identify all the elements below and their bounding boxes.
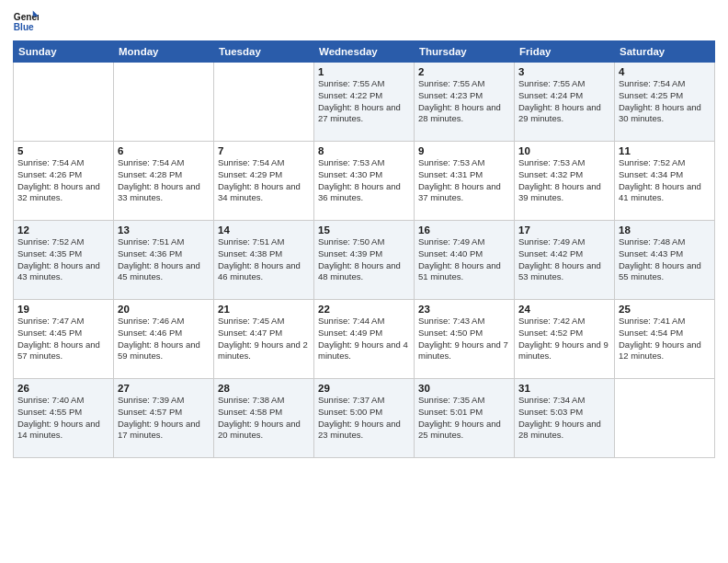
- day-number: 6: [118, 145, 210, 156]
- day-number: 17: [518, 224, 610, 236]
- day-number: 19: [17, 304, 109, 315]
- day-info: Sunrise: 7:51 AM Sunset: 4:36 PM Dayligh…: [118, 236, 210, 283]
- calendar-day: 21Sunrise: 7:45 AM Sunset: 4:47 PM Dayli…: [214, 300, 314, 379]
- day-info: Sunrise: 7:44 AM Sunset: 4:49 PM Dayligh…: [318, 316, 410, 362]
- day-number: 4: [619, 66, 711, 77]
- day-info: Sunrise: 7:55 AM Sunset: 4:22 PM Dayligh…: [318, 78, 410, 125]
- calendar-day: 3Sunrise: 7:55 AM Sunset: 4:24 PM Daylig…: [515, 63, 615, 142]
- weekday-header: Thursday: [415, 41, 515, 63]
- calendar-day: 27Sunrise: 7:39 AM Sunset: 4:57 PM Dayli…: [114, 379, 214, 458]
- day-info: Sunrise: 7:53 AM Sunset: 4:30 PM Dayligh…: [318, 157, 410, 204]
- day-info: Sunrise: 7:52 AM Sunset: 4:34 PM Dayligh…: [619, 157, 711, 204]
- day-number: 10: [518, 145, 610, 156]
- calendar-day: 22Sunrise: 7:44 AM Sunset: 4:49 PM Dayli…: [314, 300, 415, 379]
- day-number: 8: [318, 145, 410, 156]
- day-number: 31: [518, 383, 610, 394]
- calendar-day: 6Sunrise: 7:54 AM Sunset: 4:28 PM Daylig…: [114, 142, 214, 221]
- day-number: 21: [218, 304, 310, 315]
- day-number: 24: [518, 304, 610, 315]
- day-info: Sunrise: 7:41 AM Sunset: 4:54 PM Dayligh…: [619, 316, 711, 362]
- calendar-day: 11Sunrise: 7:52 AM Sunset: 4:34 PM Dayli…: [615, 142, 715, 221]
- calendar: SundayMondayTuesdayWednesdayThursdayFrid…: [13, 40, 715, 458]
- header: General Blue: [13, 9, 715, 35]
- calendar-day: 26Sunrise: 7:40 AM Sunset: 4:55 PM Dayli…: [14, 379, 114, 458]
- calendar-day: 16Sunrise: 7:49 AM Sunset: 4:40 PM Dayli…: [415, 221, 515, 300]
- weekday-header: Sunday: [14, 41, 114, 63]
- day-number: 7: [218, 145, 310, 156]
- day-number: 5: [17, 145, 109, 156]
- day-info: Sunrise: 7:40 AM Sunset: 4:55 PM Dayligh…: [17, 395, 109, 442]
- day-number: 28: [218, 383, 310, 394]
- day-number: 13: [118, 224, 210, 236]
- calendar-day: 13Sunrise: 7:51 AM Sunset: 4:36 PM Dayli…: [114, 221, 214, 300]
- weekday-header: Tuesday: [214, 41, 314, 63]
- calendar-day: 15Sunrise: 7:50 AM Sunset: 4:39 PM Dayli…: [314, 221, 415, 300]
- day-number: 1: [318, 66, 410, 77]
- weekday-header-row: SundayMondayTuesdayWednesdayThursdayFrid…: [14, 41, 715, 63]
- day-number: 26: [17, 383, 109, 394]
- calendar-day: 5Sunrise: 7:54 AM Sunset: 4:26 PM Daylig…: [14, 142, 114, 221]
- calendar-day: 17Sunrise: 7:49 AM Sunset: 4:42 PM Dayli…: [515, 221, 615, 300]
- calendar-day: [214, 63, 314, 142]
- day-info: Sunrise: 7:49 AM Sunset: 4:42 PM Dayligh…: [518, 236, 610, 283]
- calendar-day: [615, 379, 715, 458]
- day-number: 22: [318, 304, 410, 315]
- calendar-day: 2Sunrise: 7:55 AM Sunset: 4:23 PM Daylig…: [415, 63, 515, 142]
- day-info: Sunrise: 7:54 AM Sunset: 4:28 PM Dayligh…: [118, 157, 210, 204]
- day-number: 29: [318, 383, 410, 394]
- day-info: Sunrise: 7:52 AM Sunset: 4:35 PM Dayligh…: [17, 236, 109, 283]
- calendar-day: 1Sunrise: 7:55 AM Sunset: 4:22 PM Daylig…: [314, 63, 415, 142]
- calendar-day: 4Sunrise: 7:54 AM Sunset: 4:25 PM Daylig…: [615, 63, 715, 142]
- day-info: Sunrise: 7:50 AM Sunset: 4:39 PM Dayligh…: [318, 236, 410, 283]
- calendar-day: 24Sunrise: 7:42 AM Sunset: 4:52 PM Dayli…: [515, 300, 615, 379]
- day-info: Sunrise: 7:55 AM Sunset: 4:23 PM Dayligh…: [418, 78, 510, 125]
- calendar-week-row: 1Sunrise: 7:55 AM Sunset: 4:22 PM Daylig…: [14, 63, 715, 142]
- day-number: 16: [418, 224, 510, 236]
- calendar-week-row: 5Sunrise: 7:54 AM Sunset: 4:26 PM Daylig…: [14, 142, 715, 221]
- day-info: Sunrise: 7:49 AM Sunset: 4:40 PM Dayligh…: [418, 236, 510, 283]
- day-number: 20: [118, 304, 210, 315]
- page: General Blue SundayMondayTuesdayWednesda…: [0, 0, 728, 563]
- calendar-day: [14, 63, 114, 142]
- day-info: Sunrise: 7:55 AM Sunset: 4:24 PM Dayligh…: [518, 78, 610, 125]
- day-number: 18: [619, 224, 711, 236]
- day-number: 30: [418, 383, 510, 394]
- calendar-day: 29Sunrise: 7:37 AM Sunset: 5:00 PM Dayli…: [314, 379, 415, 458]
- day-number: 9: [418, 145, 510, 156]
- weekday-header: Wednesday: [314, 41, 415, 63]
- day-info: Sunrise: 7:53 AM Sunset: 4:31 PM Dayligh…: [418, 157, 510, 204]
- day-info: Sunrise: 7:45 AM Sunset: 4:47 PM Dayligh…: [218, 316, 310, 362]
- day-info: Sunrise: 7:53 AM Sunset: 4:32 PM Dayligh…: [518, 157, 610, 204]
- day-number: 12: [17, 224, 109, 236]
- day-number: 27: [118, 383, 210, 394]
- day-info: Sunrise: 7:37 AM Sunset: 5:00 PM Dayligh…: [318, 395, 410, 442]
- weekday-header: Saturday: [615, 41, 715, 63]
- day-number: 3: [518, 66, 610, 77]
- calendar-week-row: 12Sunrise: 7:52 AM Sunset: 4:35 PM Dayli…: [14, 221, 715, 300]
- calendar-day: 28Sunrise: 7:38 AM Sunset: 4:58 PM Dayli…: [214, 379, 314, 458]
- day-info: Sunrise: 7:34 AM Sunset: 5:03 PM Dayligh…: [518, 395, 610, 442]
- calendar-day: 7Sunrise: 7:54 AM Sunset: 4:29 PM Daylig…: [214, 142, 314, 221]
- calendar-day: 19Sunrise: 7:47 AM Sunset: 4:45 PM Dayli…: [14, 300, 114, 379]
- calendar-day: 14Sunrise: 7:51 AM Sunset: 4:38 PM Dayli…: [214, 221, 314, 300]
- logo: General Blue: [13, 9, 39, 35]
- calendar-day: 31Sunrise: 7:34 AM Sunset: 5:03 PM Dayli…: [515, 379, 615, 458]
- day-info: Sunrise: 7:47 AM Sunset: 4:45 PM Dayligh…: [17, 316, 109, 362]
- day-info: Sunrise: 7:38 AM Sunset: 4:58 PM Dayligh…: [218, 395, 310, 442]
- day-info: Sunrise: 7:48 AM Sunset: 4:43 PM Dayligh…: [619, 236, 711, 283]
- weekday-header: Monday: [114, 41, 214, 63]
- day-info: Sunrise: 7:51 AM Sunset: 4:38 PM Dayligh…: [218, 236, 310, 283]
- day-info: Sunrise: 7:39 AM Sunset: 4:57 PM Dayligh…: [118, 395, 210, 442]
- day-info: Sunrise: 7:54 AM Sunset: 4:25 PM Dayligh…: [619, 78, 711, 125]
- day-number: 14: [218, 224, 310, 236]
- day-info: Sunrise: 7:46 AM Sunset: 4:46 PM Dayligh…: [118, 316, 210, 362]
- calendar-week-row: 26Sunrise: 7:40 AM Sunset: 4:55 PM Dayli…: [14, 379, 715, 458]
- calendar-day: 8Sunrise: 7:53 AM Sunset: 4:30 PM Daylig…: [314, 142, 415, 221]
- calendar-week-row: 19Sunrise: 7:47 AM Sunset: 4:45 PM Dayli…: [14, 300, 715, 379]
- calendar-day: 10Sunrise: 7:53 AM Sunset: 4:32 PM Dayli…: [515, 142, 615, 221]
- svg-text:Blue: Blue: [14, 22, 34, 32]
- calendar-day: 23Sunrise: 7:43 AM Sunset: 4:50 PM Dayli…: [415, 300, 515, 379]
- calendar-day: [114, 63, 214, 142]
- calendar-day: 25Sunrise: 7:41 AM Sunset: 4:54 PM Dayli…: [615, 300, 715, 379]
- day-number: 2: [418, 66, 510, 77]
